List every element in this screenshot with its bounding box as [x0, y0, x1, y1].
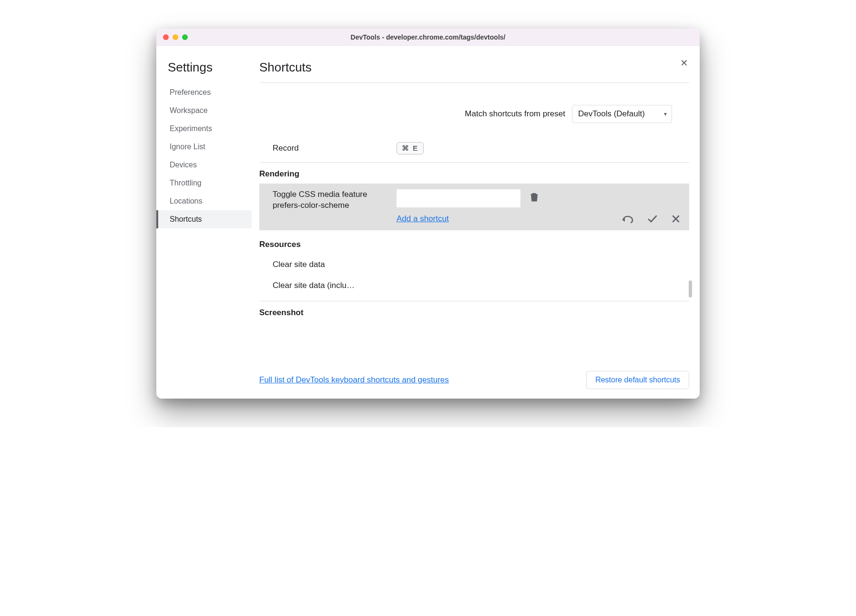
shortcut-row-clear-site-data[interactable]: Clear site data [259, 254, 383, 275]
sidebar-item-workspace[interactable]: Workspace [156, 102, 252, 120]
section-title-resources: Resources [259, 230, 689, 254]
sidebar-item-experiments[interactable]: Experiments [156, 120, 252, 138]
sidebar-item-locations[interactable]: Locations [156, 192, 252, 210]
main-panel: Shortcuts Match shortcuts from preset De… [252, 46, 700, 399]
scrollbar-thumb[interactable] [689, 280, 692, 298]
shortcut-edit-label: Toggle CSS media feature prefers-color-s… [273, 189, 397, 211]
window-title: DevTools - developer.chrome.com/tags/dev… [156, 33, 700, 41]
shortcut-edit-row: Toggle CSS media feature prefers-color-s… [259, 184, 689, 230]
sidebar-item-devices[interactable]: Devices [156, 156, 252, 174]
section-title-rendering: Rendering [259, 163, 689, 184]
restore-defaults-button[interactable]: Restore default shortcuts [586, 371, 689, 389]
sidebar-item-ignore-list[interactable]: Ignore List [156, 138, 252, 156]
preset-row: Match shortcuts from preset DevTools (De… [259, 105, 672, 123]
devtools-settings-window: DevTools - developer.chrome.com/tags/dev… [156, 29, 700, 399]
titlebar: DevTools - developer.chrome.com/tags/dev… [156, 29, 700, 46]
sidebar-item-throttling[interactable]: Throttling [156, 174, 252, 192]
page-title: Shortcuts [259, 60, 689, 83]
shortcut-row-record[interactable]: Record ⌘ E [259, 137, 689, 159]
window-controls [163, 34, 188, 40]
undo-icon[interactable] [622, 214, 634, 224]
shortcut-row-clear-site-data-incl[interactable]: Clear site data (inclu… [259, 275, 383, 296]
shortcuts-scroll-area: Record ⌘ E Rendering Toggle CSS media fe… [259, 137, 689, 365]
footer: Full list of DevTools keyboard shortcuts… [259, 365, 689, 389]
confirm-icon[interactable] [647, 214, 658, 224]
preset-select[interactable]: DevTools (Default) [572, 105, 672, 123]
preset-selected-value: DevTools (Default) [578, 109, 645, 118]
settings-sidebar: Settings Preferences Workspace Experimen… [156, 46, 252, 399]
trash-icon[interactable] [530, 192, 539, 202]
cancel-icon[interactable] [671, 214, 681, 224]
sidebar-item-shortcuts[interactable]: Shortcuts [156, 210, 252, 228]
sidebar-title: Settings [156, 60, 252, 83]
shortcut-label: Record [273, 143, 397, 154]
full-shortcut-list-link[interactable]: Full list of DevTools keyboard shortcuts… [259, 375, 449, 385]
close-window-button[interactable] [163, 34, 169, 40]
shortcut-chord: ⌘ E [397, 142, 424, 154]
section-title-screenshot: Screenshot [259, 301, 689, 322]
shortcut-input[interactable] [397, 189, 520, 207]
minimize-window-button[interactable] [173, 34, 178, 40]
sidebar-item-preferences[interactable]: Preferences [156, 83, 252, 102]
zoom-window-button[interactable] [182, 34, 188, 40]
preset-label: Match shortcuts from preset [465, 109, 565, 119]
add-shortcut-link[interactable]: Add a shortcut [397, 214, 449, 224]
